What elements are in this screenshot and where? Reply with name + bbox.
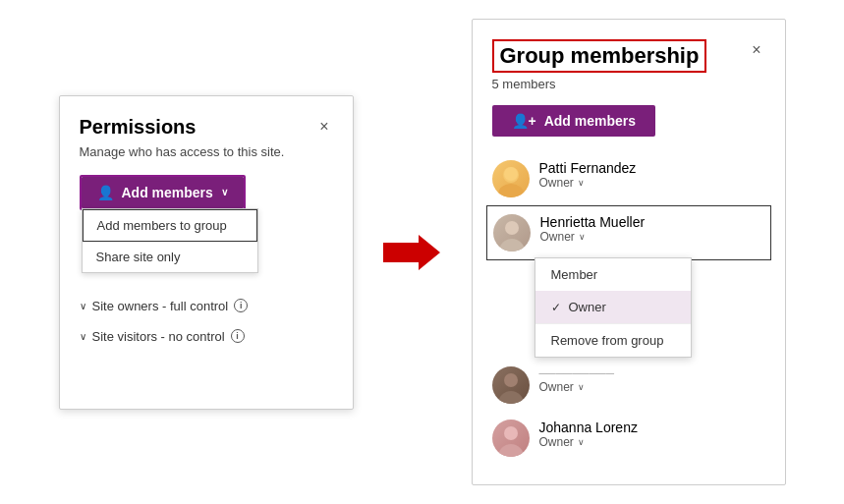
chevron-role-johanna: ∨ bbox=[578, 437, 585, 447]
member-role-henrietta[interactable]: Owner ∨ bbox=[540, 230, 764, 244]
member-row-johanna: Johanna Lorenz Owner ∨ bbox=[492, 412, 765, 465]
arrow-container bbox=[383, 233, 442, 272]
svg-point-7 bbox=[504, 373, 518, 387]
avatar-johanna bbox=[492, 420, 530, 457]
chevron-right-icon-visitors: ∨ bbox=[80, 331, 86, 342]
permissions-title: Permissions bbox=[80, 116, 197, 139]
members-count: 5 members bbox=[492, 77, 765, 91]
info-icon-owners[interactable]: i bbox=[234, 299, 248, 312]
gm-add-members-button[interactable]: 👤+ Add members bbox=[492, 105, 656, 137]
role-dropdown: Member ✓ Owner Remove from group bbox=[535, 257, 692, 358]
role-option-member[interactable]: Member bbox=[535, 258, 691, 291]
site-visitors-row: ∨ Site visitors - no control i bbox=[80, 329, 333, 344]
add-members-dropdown-menu: Add members to group Share site only bbox=[82, 208, 258, 273]
group-membership-panel: Group membership × 5 members 👤+ Add memb… bbox=[472, 19, 786, 485]
member-row-person3: ───────── Owner ∨ bbox=[492, 359, 765, 412]
member-row-patti: Patti Fernandez Owner ∨ bbox=[492, 152, 765, 205]
add-members-dropdown-wrap: 👤 Add members ∨ Add members to group Sha… bbox=[80, 175, 246, 210]
avatar-image-patti bbox=[492, 160, 530, 197]
role-owner-label: Owner bbox=[569, 300, 606, 314]
site-owners-section: ∨ Site owners - full control i bbox=[80, 299, 333, 313]
role-option-owner[interactable]: ✓ Owner bbox=[535, 291, 691, 323]
member-row-henrietta: Henrietta Mueller Owner ∨ Member ✓ Owner… bbox=[486, 205, 771, 260]
avatar-image-person3 bbox=[492, 366, 530, 404]
chevron-role-patti: ∨ bbox=[578, 178, 585, 188]
svg-point-6 bbox=[498, 391, 524, 404]
permissions-panel: Permissions × Manage who has access to t… bbox=[59, 95, 354, 410]
svg-point-4 bbox=[499, 239, 525, 252]
site-owners-row: ∨ Site owners - full control i bbox=[80, 299, 333, 313]
add-members-label: Add members bbox=[122, 185, 213, 200]
svg-marker-0 bbox=[383, 235, 440, 270]
svg-point-8 bbox=[498, 444, 524, 457]
group-membership-title: Group membership bbox=[492, 39, 707, 73]
member-info-person3: ───────── Owner ∨ bbox=[539, 366, 765, 394]
info-icon-visitors[interactable]: i bbox=[231, 329, 245, 343]
member-name-henrietta: Henrietta Mueller bbox=[540, 214, 764, 230]
avatar-patti bbox=[492, 160, 530, 197]
avatar-image-henrietta bbox=[493, 214, 531, 252]
site-visitors-section: ∨ Site visitors - no control i bbox=[80, 329, 333, 344]
remove-from-group-label: Remove from group bbox=[551, 333, 664, 348]
avatar-image-johanna bbox=[492, 420, 530, 457]
member-info-henrietta: Henrietta Mueller Owner ∨ bbox=[540, 214, 764, 244]
person-add-icon-gm: 👤+ bbox=[512, 113, 536, 129]
role-label-henrietta: Owner bbox=[540, 230, 575, 244]
member-name-johanna: Johanna Lorenz bbox=[539, 420, 765, 435]
chevron-right-icon: ∨ bbox=[80, 301, 86, 311]
role-label-patti: Owner bbox=[539, 176, 574, 190]
member-role-johanna[interactable]: Owner ∨ bbox=[539, 435, 765, 449]
svg-point-2 bbox=[498, 184, 524, 197]
member-name-patti: Patti Fernandez bbox=[539, 160, 765, 176]
role-member-label: Member bbox=[551, 267, 598, 282]
svg-point-9 bbox=[504, 426, 518, 440]
panel-header: Permissions × bbox=[80, 116, 333, 139]
member-list: Patti Fernandez Owner ∨ Henrietta Muelle… bbox=[492, 152, 765, 465]
role-label-johanna: Owner bbox=[539, 435, 574, 449]
member-role-patti[interactable]: Owner ∨ bbox=[539, 176, 765, 190]
person-add-icon: 👤 bbox=[97, 185, 114, 200]
chevron-down-icon: ∨ bbox=[221, 187, 228, 197]
dropdown-item-add-to-group[interactable]: Add members to group bbox=[83, 209, 257, 242]
add-members-button[interactable]: 👤 Add members ∨ bbox=[82, 177, 244, 208]
avatar-henrietta bbox=[493, 214, 531, 252]
checkmark-icon: ✓ bbox=[551, 301, 561, 314]
avatar-person3 bbox=[492, 366, 530, 404]
site-owners-label: Site owners - full control bbox=[92, 299, 229, 313]
chevron-role-person3: ∨ bbox=[578, 382, 585, 392]
role-option-remove[interactable]: Remove from group bbox=[535, 324, 691, 357]
member-info-johanna: Johanna Lorenz Owner ∨ bbox=[539, 420, 765, 449]
gm-header: Group membership × bbox=[492, 39, 765, 73]
member-info-patti: Patti Fernandez Owner ∨ bbox=[539, 160, 765, 190]
gm-add-members-label: Add members bbox=[544, 113, 636, 129]
right-arrow-icon bbox=[383, 233, 442, 272]
permissions-subtitle: Manage who has access to this site. bbox=[80, 144, 333, 159]
site-visitors-label: Site visitors - no control bbox=[92, 329, 225, 344]
chevron-role-henrietta: ∨ bbox=[579, 232, 586, 242]
svg-point-3 bbox=[504, 167, 518, 181]
group-membership-close-button[interactable]: × bbox=[748, 39, 764, 61]
permissions-close-button[interactable]: × bbox=[315, 116, 332, 138]
member-name-person3: ───────── bbox=[539, 366, 765, 380]
role-label-person3: Owner bbox=[539, 380, 574, 394]
member-role-person3[interactable]: Owner ∨ bbox=[539, 380, 765, 394]
dropdown-item-share-site[interactable]: Share site only bbox=[83, 242, 257, 272]
svg-point-5 bbox=[505, 221, 519, 235]
